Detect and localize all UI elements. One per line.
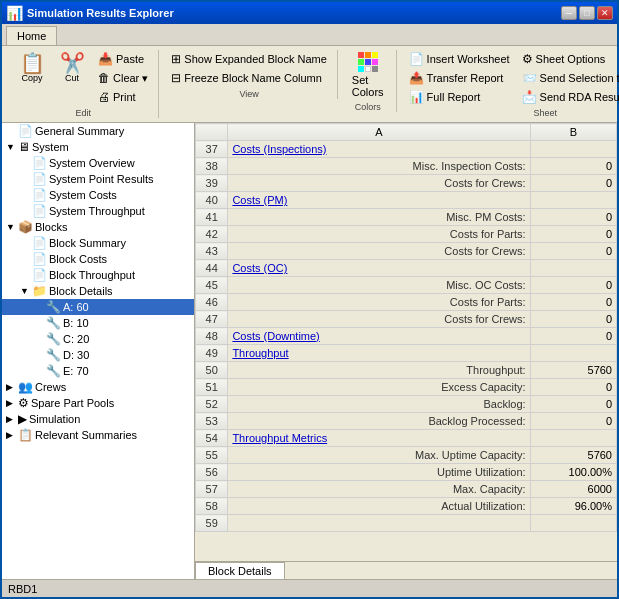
expander-block-details[interactable]: ▼ bbox=[20, 286, 32, 296]
sidebar-item-crews[interactable]: ▶👥Crews bbox=[2, 379, 194, 395]
cell-a-14: Excess Capacity: bbox=[228, 379, 530, 396]
cell-a-17[interactable]: Throughput Metrics bbox=[228, 430, 530, 447]
table-row: 40Costs (PM) bbox=[196, 192, 617, 209]
label-spare-parts: Spare Part Pools bbox=[31, 397, 114, 409]
expander-crews[interactable]: ▶ bbox=[6, 382, 18, 392]
sidebar-item-general[interactable]: 📄General Summary bbox=[2, 123, 194, 139]
icon-d30: 🔧 bbox=[46, 348, 61, 362]
block-details-tab[interactable]: Block Details bbox=[195, 562, 285, 579]
cell-a-21: Actual Utilization: bbox=[228, 498, 530, 515]
set-colors-button[interactable]: Set Colors bbox=[346, 50, 390, 100]
spreadsheet[interactable]: A B 37Costs (Inspections)38Misc. Inspect… bbox=[195, 123, 617, 561]
send-rda-icon: 📩 bbox=[522, 90, 537, 104]
row-num-10: 47 bbox=[196, 311, 228, 328]
cell-b-18: 5760 bbox=[530, 447, 616, 464]
sidebar-item-system-throughput[interactable]: 📄System Throughput bbox=[2, 203, 194, 219]
sidebar-item-spare-parts[interactable]: ▶⚙Spare Part Pools bbox=[2, 395, 194, 411]
cell-a-0[interactable]: Costs (Inspections) bbox=[228, 141, 530, 158]
expand-icon: ⊞ bbox=[171, 52, 181, 66]
sidebar-item-system-point[interactable]: 📄System Point Results bbox=[2, 171, 194, 187]
label-d30: D: 30 bbox=[63, 349, 89, 361]
expander-spare-parts[interactable]: ▶ bbox=[6, 398, 18, 408]
icon-crews: 👥 bbox=[18, 380, 33, 394]
minimize-button[interactable]: ─ bbox=[561, 6, 577, 20]
cell-a-11[interactable]: Costs (Downtime) bbox=[228, 328, 530, 345]
sidebar-item-system-overview[interactable]: 📄System Overview bbox=[2, 155, 194, 171]
sidebar-item-d30[interactable]: 🔧D: 30 bbox=[2, 347, 194, 363]
cell-b-9: 0 bbox=[530, 294, 616, 311]
sidebar-item-block-summary[interactable]: 📄Block Summary bbox=[2, 235, 194, 251]
print-button[interactable]: 🖨 Print bbox=[94, 88, 152, 106]
sidebar-item-blocks[interactable]: ▼📦Blocks bbox=[2, 219, 194, 235]
sidebar-item-system-costs[interactable]: 📄System Costs bbox=[2, 187, 194, 203]
sidebar-item-block-throughput[interactable]: 📄Block Throughput bbox=[2, 267, 194, 283]
freeze-col-button[interactable]: ⊟ Freeze Block Name Column bbox=[167, 69, 330, 87]
label-block-details: Block Details bbox=[49, 285, 113, 297]
sheet-options-button[interactable]: ⚙ Sheet Options bbox=[518, 50, 619, 68]
paste-button[interactable]: 📥 Paste bbox=[94, 50, 152, 68]
cell-b-21: 96.00% bbox=[530, 498, 616, 515]
transfer-report-button[interactable]: 📤 Transfer Report bbox=[405, 69, 514, 87]
color-grid bbox=[358, 52, 378, 72]
row-num-1: 38 bbox=[196, 158, 228, 175]
cell-a-3[interactable]: Costs (PM) bbox=[228, 192, 530, 209]
send-rda-button[interactable]: 📩 Send RDA Results to Weibull bbox=[518, 88, 619, 106]
content-area: A B 37Costs (Inspections)38Misc. Inspect… bbox=[195, 123, 617, 579]
clear-icon: 🗑 bbox=[98, 71, 110, 85]
sidebar-item-system[interactable]: ▼🖥System bbox=[2, 139, 194, 155]
expander-simulation[interactable]: ▶ bbox=[6, 414, 18, 424]
row-num-9: 46 bbox=[196, 294, 228, 311]
icon-c20: 🔧 bbox=[46, 332, 61, 346]
cut-button[interactable]: ✂️ Cut bbox=[54, 50, 90, 86]
main-window: 📊 Simulation Results Explorer ─ □ ✕ Home… bbox=[0, 0, 619, 599]
label-simulation: Simulation bbox=[29, 413, 80, 425]
label-system-point: System Point Results bbox=[49, 173, 154, 185]
sidebar-item-simulation[interactable]: ▶▶Simulation bbox=[2, 411, 194, 427]
send-weibull-icon: 📨 bbox=[522, 71, 537, 85]
full-report-button[interactable]: 📊 Full Report bbox=[405, 88, 514, 106]
color-cell-yellow bbox=[372, 52, 378, 58]
title-bar: 📊 Simulation Results Explorer ─ □ ✕ bbox=[2, 2, 617, 24]
sidebar-item-b10[interactable]: 🔧B: 10 bbox=[2, 315, 194, 331]
cell-b-0 bbox=[530, 141, 616, 158]
cell-a-9: Costs for Parts: bbox=[228, 294, 530, 311]
sheet-right-buttons: ⚙ Sheet Options 📨 Send Selection to Weib… bbox=[518, 50, 619, 106]
row-num-11: 48 bbox=[196, 328, 228, 345]
icon-system-costs: 📄 bbox=[32, 188, 47, 202]
label-e70: E: 70 bbox=[63, 365, 89, 377]
cell-b-19: 100.00% bbox=[530, 464, 616, 481]
freeze-col-label: Freeze Block Name Column bbox=[184, 72, 322, 84]
cell-b-4: 0 bbox=[530, 209, 616, 226]
maximize-button[interactable]: □ bbox=[579, 6, 595, 20]
cell-a-12[interactable]: Throughput bbox=[228, 345, 530, 362]
show-expanded-button[interactable]: ⊞ Show Expanded Block Name bbox=[167, 50, 330, 68]
status-text: RBD1 bbox=[8, 583, 37, 595]
sidebar-item-a60[interactable]: 🔧A: 60 bbox=[2, 299, 194, 315]
sidebar-item-block-costs[interactable]: 📄Block Costs bbox=[2, 251, 194, 267]
expander-blocks[interactable]: ▼ bbox=[6, 222, 18, 232]
icon-b10: 🔧 bbox=[46, 316, 61, 330]
close-button[interactable]: ✕ bbox=[597, 6, 613, 20]
tab-home[interactable]: Home bbox=[6, 26, 57, 45]
sidebar-item-block-details[interactable]: ▼📁Block Details bbox=[2, 283, 194, 299]
icon-simulation: ▶ bbox=[18, 412, 27, 426]
table-row: 41Misc. PM Costs:0 bbox=[196, 209, 617, 226]
cell-b-16: 0 bbox=[530, 413, 616, 430]
expander-system[interactable]: ▼ bbox=[6, 142, 18, 152]
label-general: General Summary bbox=[35, 125, 124, 137]
sidebar-item-relevant[interactable]: ▶📋Relevant Summaries bbox=[2, 427, 194, 443]
copy-button[interactable]: 📋 Copy bbox=[14, 50, 50, 86]
cell-b-2: 0 bbox=[530, 175, 616, 192]
insert-worksheet-button[interactable]: 📄 Insert Worksheet bbox=[405, 50, 514, 68]
expander-relevant[interactable]: ▶ bbox=[6, 430, 18, 440]
clear-button[interactable]: 🗑 Clear ▾ bbox=[94, 69, 152, 87]
cell-a-7[interactable]: Costs (OC) bbox=[228, 260, 530, 277]
send-weibull-button[interactable]: 📨 Send Selection to Weibull++ bbox=[518, 69, 619, 87]
label-a60: A: 60 bbox=[63, 301, 89, 313]
sidebar-item-c20[interactable]: 🔧C: 20 bbox=[2, 331, 194, 347]
icon-blocks: 📦 bbox=[18, 220, 33, 234]
cell-a-13: Throughput: bbox=[228, 362, 530, 379]
table-row: 55Max. Uptime Capacity:5760 bbox=[196, 447, 617, 464]
sidebar-item-e70[interactable]: 🔧E: 70 bbox=[2, 363, 194, 379]
row-num-6: 43 bbox=[196, 243, 228, 260]
